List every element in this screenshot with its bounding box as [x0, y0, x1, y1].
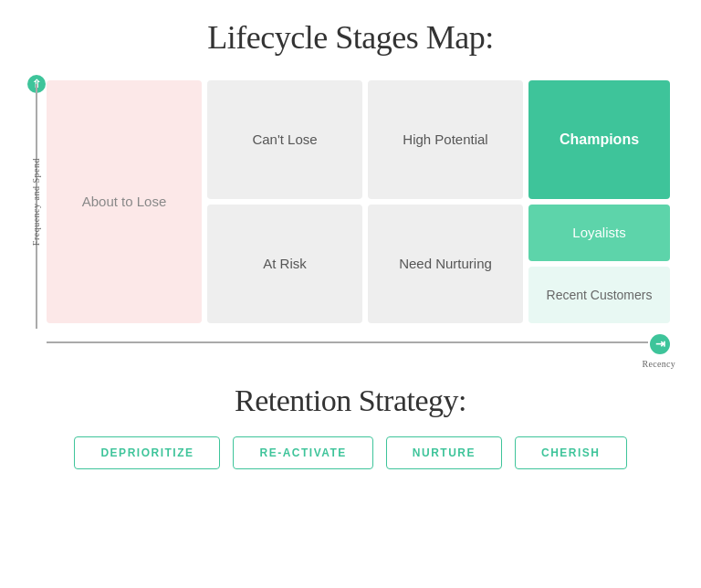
nurture-button[interactable]: NURTURE: [386, 436, 502, 469]
cell-high-potential: High Potential: [368, 80, 523, 199]
grid: About to Lose Can't Lose High Potential …: [41, 75, 675, 329]
x-axis: ⇥ Recency: [41, 329, 675, 356]
cell-cant-lose: Can't Lose: [207, 80, 362, 199]
cell-loyalists: Loyalists: [528, 205, 670, 261]
x-axis-label: Recency: [642, 359, 675, 369]
grid-and-xaxis: About to Lose Can't Lose High Potential …: [41, 75, 675, 356]
cell-recent-customers: Recent Customers: [528, 267, 670, 323]
deprioritize-button[interactable]: DEPRIORITIZE: [74, 436, 220, 469]
strategy-buttons: DEPRIORITIZE RE-ACTIVATE NURTURE CHERISH: [74, 436, 626, 469]
x-axis-line: [47, 341, 648, 343]
cherish-button[interactable]: CHERISH: [515, 436, 627, 469]
lifecycle-chart: ⇧ Frequency and Spend About to Lose Can'…: [31, 75, 670, 356]
y-axis-label: Frequency and Spend: [31, 158, 41, 246]
reactivate-button[interactable]: RE-ACTIVATE: [233, 436, 372, 469]
cell-about-to-lose: About to Lose: [47, 80, 202, 323]
right-col-bottom: Loyalists Recent Customers: [528, 205, 670, 323]
cell-champions: Champions: [528, 80, 670, 199]
cell-need-nurturing: Need Nurturing: [368, 205, 523, 323]
cell-at-risk: At Risk: [207, 205, 362, 323]
retention-strategy-title: Retention Strategy:: [235, 383, 466, 418]
x-axis-arrow: ⇥: [650, 334, 670, 354]
y-axis: ⇧ Frequency and Spend: [31, 75, 41, 356]
page-title: Lifecycle Stages Map:: [207, 18, 493, 57]
